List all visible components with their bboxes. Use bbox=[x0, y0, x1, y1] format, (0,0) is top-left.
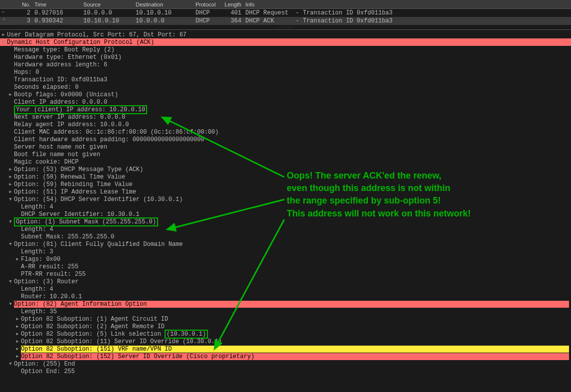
chevron-right-icon: ▶ bbox=[14, 256, 21, 262]
packet-info: DHCP ACK - Transaction ID 0xfd011ba3 bbox=[243, 17, 571, 24]
tree-dhcp-root[interactable]: ▼Dynamic Host Configuration Protocol (AC… bbox=[0, 38, 571, 46]
tree-label-val: (10.30.0.1) bbox=[167, 331, 206, 338]
tree-item[interactable]: Subnet Mask: 255.255.255.0 bbox=[0, 233, 571, 240]
tree-item[interactable]: ▶Bootp flags: 0x0000 (Unicast) bbox=[0, 91, 571, 98]
tree-opt82[interactable]: ▼Option: (82) Agent Information Option bbox=[0, 300, 571, 308]
tree-item[interactable]: ▶Option: (51) IP Address Lease Time bbox=[0, 188, 571, 196]
tree-item[interactable]: Length: 3 bbox=[0, 248, 571, 255]
tree-label: Hardware type: Ethernet (0x01) bbox=[14, 54, 122, 61]
chevron-right-icon: ▶ bbox=[7, 189, 14, 195]
tree-label: Hops: 0 bbox=[14, 69, 39, 76]
tree-item[interactable]: ▼Option: (3) Router bbox=[0, 278, 571, 285]
tree-item[interactable]: ▶Option 82 Suboption: (2) Agent Remote I… bbox=[0, 323, 571, 330]
tree-item[interactable]: A-RR result: 255 bbox=[0, 263, 571, 270]
tree-label: User Datagram Protocol, Src Port: 67, Ds… bbox=[7, 31, 187, 38]
tree-item[interactable]: ▶Option: (58) Renewal Time Value bbox=[0, 173, 571, 181]
tree-item[interactable]: ▼Option: (81) Client Fully Qualified Dom… bbox=[0, 240, 571, 248]
col-header-time[interactable]: Time bbox=[32, 0, 81, 8]
tree-label: Option: (59) Rebinding Time Value bbox=[14, 181, 133, 188]
tree-item[interactable]: ▶Option: (53) DHCP Message Type (ACK) bbox=[0, 166, 571, 173]
tree-item[interactable]: Magic cookie: DHCP bbox=[0, 158, 571, 166]
tree-item[interactable]: ▶Option 82 Suboption: (1) Agent Circuit … bbox=[0, 315, 571, 323]
packet-src: 10.10.0.10 bbox=[81, 17, 134, 24]
packet-info: DHCP Request - Transaction ID 0xfd011ba3 bbox=[243, 9, 571, 16]
tree-item[interactable]: Next server IP address: 0.0.0.0 bbox=[0, 113, 571, 121]
tree-item[interactable]: Seconds elapsed: 0 bbox=[0, 83, 571, 91]
col-header-source[interactable]: Source bbox=[81, 0, 134, 8]
tree-label: Length: 3 bbox=[21, 248, 53, 255]
tree-label: A-RR result: 255 bbox=[21, 263, 78, 270]
tree-item[interactable]: ▶Flags: 0x00 bbox=[0, 255, 571, 263]
tree-label: Length: 35 bbox=[21, 308, 57, 315]
col-header-no[interactable]: No. bbox=[15, 0, 32, 8]
tree-label: Option: (53) DHCP Message Type (ACK) bbox=[14, 166, 143, 173]
tree-udp[interactable]: ▶User Datagram Protocol, Src Port: 67, D… bbox=[0, 31, 571, 38]
chevron-right-icon: ▶ bbox=[14, 346, 21, 352]
tree-label: Length: 4 bbox=[21, 203, 53, 210]
col-header-info[interactable]: Info bbox=[243, 0, 571, 8]
tree-label: Option: (51) IP Address Lease Time bbox=[14, 189, 136, 196]
packet-row[interactable]: └ 3 0.930342 10.10.0.10 10.0.0.0 DHCP 36… bbox=[0, 17, 571, 25]
highlight-box: Option: (1) Subnet Mask (255.255.255.0) bbox=[14, 217, 158, 226]
tree-label: Option: (54) DHCP Server Identifier (10.… bbox=[14, 196, 183, 203]
tree-item[interactable]: Transaction ID: 0xfd011ba3 bbox=[0, 76, 571, 83]
tree-opt82-5[interactable]: ▶Option 82 Suboption: (5) Link selection… bbox=[0, 330, 571, 338]
tree-label: Transaction ID: 0xfd011ba3 bbox=[14, 76, 107, 83]
tree-item[interactable]: Option End: 255 bbox=[0, 368, 571, 375]
tree-item[interactable]: Server host name not given bbox=[0, 143, 571, 151]
tree-item[interactable]: ▶Option: (59) Rebinding Time Value bbox=[0, 181, 571, 188]
tree-label: Client hardware address padding: 0000000… bbox=[14, 136, 204, 143]
chevron-down-icon: ▼ bbox=[7, 219, 14, 224]
col-header-length[interactable]: Length bbox=[221, 0, 243, 8]
tree-item[interactable]: Client MAC address: 0c:1c:86:cf:00:00 (0… bbox=[0, 128, 571, 136]
tree-item[interactable]: Length: 35 bbox=[0, 308, 571, 315]
packet-row[interactable]: ⌐ 2 0.927016 10.0.0.0 10.10.0.10 DHCP 40… bbox=[0, 9, 571, 17]
tree-item[interactable]: Length: 4 bbox=[0, 225, 571, 233]
tree-opt82-151[interactable]: ▶Option 82 Suboption: (151) VRF name/VPN… bbox=[0, 345, 571, 353]
chevron-right-icon: ▶ bbox=[14, 316, 21, 322]
tree-label: Relay agent IP address: 10.0.0.0 bbox=[14, 121, 129, 128]
tree-opt82-152[interactable]: ▶Option 82 Suboption: (152) Server ID Ov… bbox=[0, 353, 571, 360]
tree-label: Option 82 Suboption: (11) Server ID Over… bbox=[21, 338, 222, 345]
packet-time: 0.927016 bbox=[32, 9, 81, 16]
col-header-protocol[interactable]: Protocol bbox=[193, 0, 221, 8]
chevron-right-icon: ▶ bbox=[7, 174, 14, 180]
tree-item[interactable]: ▼Option: (54) DHCP Server Identifier (10… bbox=[0, 196, 571, 203]
tree-item[interactable]: Router: 10.20.0.1 bbox=[0, 293, 571, 300]
tree-label: Option 82 Suboption: (2) Agent Remote ID bbox=[21, 323, 165, 330]
tree-item[interactable]: Relay agent IP address: 10.0.0.0 bbox=[0, 121, 571, 128]
tree-item[interactable]: ▼Option: (255) End bbox=[0, 360, 571, 368]
tree-item[interactable]: Boot file name not given bbox=[0, 151, 571, 158]
packet-list: ⌐ 2 0.927016 10.0.0.0 10.10.0.10 DHCP 40… bbox=[0, 9, 571, 25]
tree-opt1[interactable]: ▼Option: (1) Subnet Mask (255.255.255.0) bbox=[0, 218, 571, 225]
tree-item[interactable]: Message type: Boot Reply (2) bbox=[0, 46, 571, 53]
col-marker bbox=[0, 3, 15, 5]
tree-item[interactable]: Length: 4 bbox=[0, 203, 571, 210]
chevron-down-icon: ▼ bbox=[0, 40, 7, 45]
tree-label: Length: 4 bbox=[21, 286, 53, 293]
tree-label: Server host name not given bbox=[14, 144, 107, 151]
tree-label: Your (client) IP address: 10.20.0.10 bbox=[16, 106, 145, 113]
tree-item[interactable]: Hops: 0 bbox=[0, 68, 571, 76]
tree-label: Client MAC address: 0c:1c:86:cf:00:00 (0… bbox=[14, 129, 218, 136]
tree-label: Option 82 Suboption: (1) Agent Circuit I… bbox=[21, 316, 168, 323]
tree-label: Option 82 Suboption: (152) Server ID Ove… bbox=[21, 353, 569, 360]
tree-label: Message type: Boot Reply (2) bbox=[14, 46, 115, 53]
pane-divider[interactable] bbox=[0, 25, 571, 30]
tree-item[interactable]: Client hardware address padding: 0000000… bbox=[0, 136, 571, 143]
tree-item[interactable]: Hardware type: Ethernet (0x01) bbox=[0, 53, 571, 61]
tree-item[interactable]: PTR-RR result: 255 bbox=[0, 270, 571, 278]
tree-item[interactable]: Hardware address length: 6 bbox=[0, 61, 571, 68]
tree-label: Client IP address: 0.0.0.0 bbox=[14, 99, 107, 106]
highlight-box: (10.30.0.1) bbox=[165, 330, 208, 339]
chevron-right-icon: ▶ bbox=[14, 331, 21, 337]
tree-item[interactable]: Length: 4 bbox=[0, 285, 571, 293]
packet-len: 401 bbox=[221, 9, 243, 16]
tree-label: PTR-RR result: 255 bbox=[21, 271, 86, 278]
tree-item[interactable]: ▶Option 82 Suboption: (11) Server ID Ove… bbox=[0, 338, 571, 345]
tree-yiaddr[interactable]: Your (client) IP address: 10.20.0.10 bbox=[0, 106, 571, 113]
col-header-destination[interactable]: Destination bbox=[134, 0, 193, 8]
tree-label: Bootp flags: 0x0000 (Unicast) bbox=[14, 91, 118, 98]
tree-label: Option 82 Suboption: (151) VRF name/VPN … bbox=[21, 346, 569, 353]
tree-label: Option: (3) Router bbox=[14, 278, 79, 285]
